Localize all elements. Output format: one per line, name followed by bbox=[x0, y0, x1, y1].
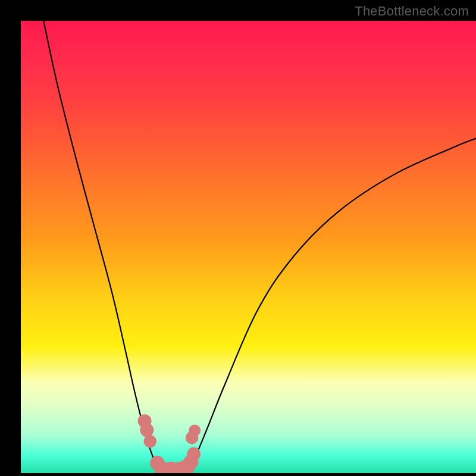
curve-right bbox=[184, 139, 476, 471]
chart-frame: TheBottleneck.com bbox=[0, 0, 476, 476]
marker-dot bbox=[189, 425, 201, 437]
marker-group bbox=[138, 414, 201, 473]
marker-dot bbox=[144, 435, 156, 447]
curve-left bbox=[43, 21, 162, 471]
chart-svg bbox=[21, 21, 476, 473]
attribution-text: TheBottleneck.com bbox=[355, 4, 469, 19]
chart-plot-area bbox=[21, 21, 476, 473]
marker-dot bbox=[187, 447, 201, 461]
marker-dot bbox=[140, 423, 154, 437]
